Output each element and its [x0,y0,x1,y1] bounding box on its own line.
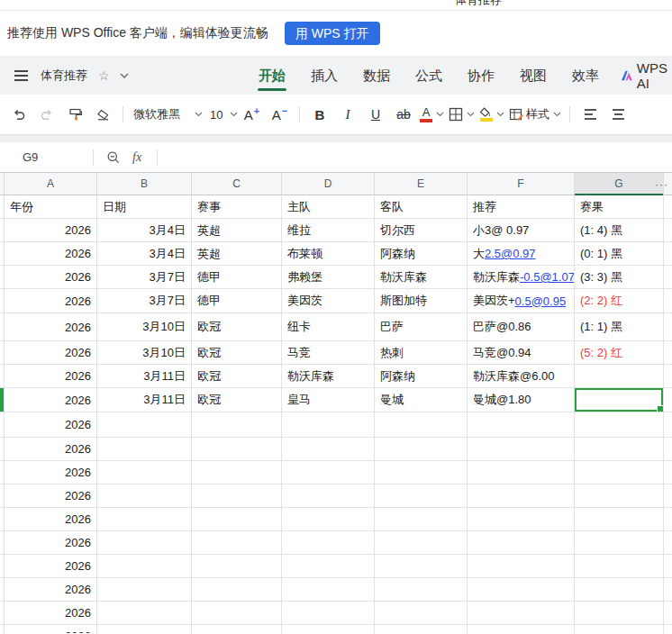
cell-A6[interactable]: 2026 [5,313,97,341]
cell-G17[interactable] [575,578,664,602]
align-left-button[interactable] [578,102,602,127]
cell-D7[interactable]: 马竞 [282,341,375,365]
cell-F14[interactable] [468,508,575,531]
clear-format-eraser-icon[interactable] [91,102,114,127]
cell-E16[interactable] [375,555,468,578]
cell-F19[interactable] [468,625,575,633]
zoom-out-icon[interactable] [102,145,125,170]
cell-C4[interactable]: 德甲 [192,266,282,289]
cell-E3[interactable]: 阿森纳 [375,242,468,266]
cell-D13[interactable] [282,485,375,508]
cell-G16[interactable] [575,555,664,578]
cell-link-text[interactable]: 2.5@0.97 [485,247,536,260]
fill-color-button[interactable] [479,102,504,127]
cell-D4[interactable]: 弗赖堡 [282,266,375,289]
cell-D8[interactable]: 勒沃库森 [282,365,375,388]
tab-start[interactable]: 开始 [250,57,294,95]
cell-D3[interactable]: 布莱顿 [282,242,375,266]
cell-D5[interactable]: 美因茨 [282,289,375,313]
cell-A18[interactable]: 2026 [5,602,97,625]
cell-F12[interactable] [468,461,575,485]
cell-F16[interactable] [468,555,575,578]
cell-link-text[interactable]: -0.5@1.07 [520,270,575,284]
cell-E15[interactable] [375,531,468,555]
tab-wps-ai[interactable]: WPS AI [616,60,672,91]
cell-E18[interactable] [375,602,468,625]
cell-G15[interactable] [575,531,664,555]
column-header-D[interactable]: D [282,173,375,195]
cell-F18[interactable] [468,602,575,625]
cell-E10[interactable] [375,412,468,438]
cell-B2[interactable]: 3月4日 [97,219,192,242]
cell-G10[interactable] [575,412,664,438]
cell-C5[interactable]: 德甲 [192,289,282,313]
cell-E5[interactable]: 斯图加特 [375,289,468,313]
cell-A12[interactable]: 2026 [5,461,97,485]
cell-G2[interactable]: (1: 4) 黑 [575,219,664,242]
strikethrough-button[interactable]: ab [392,102,415,127]
cell-D1[interactable]: 主队 [282,195,375,219]
cell-E14[interactable] [375,508,468,531]
cell-C14[interactable] [192,508,282,531]
favorite-star-icon[interactable]: ☆ [98,69,110,82]
tab-efficiency[interactable]: 效率 [564,57,607,95]
cell-B6[interactable]: 3月10日 [97,313,192,341]
cell-B15[interactable] [97,531,192,555]
cell-A19[interactable]: 2026 [5,625,97,633]
cell-C16[interactable] [192,555,282,578]
cell-C2[interactable]: 英超 [192,219,282,242]
cell-C18[interactable] [192,602,282,625]
cell-G4[interactable]: (3: 3) 黑 [575,266,664,289]
cell-A2[interactable]: 2026 [5,219,97,242]
cell-B10[interactable] [97,412,192,438]
redo-button[interactable] [35,102,59,127]
tab-view[interactable]: 视图 [512,57,555,95]
cell-B1[interactable]: 日期 [97,195,192,219]
column-header-F[interactable]: F [468,173,575,195]
cell-C7[interactable]: 欧冠 [192,341,282,365]
cell-G13[interactable] [575,485,664,508]
cell-E19[interactable] [375,625,468,633]
column-header-E[interactable]: E [375,173,468,195]
cell-E1[interactable]: 客队 [375,195,468,219]
cell-B3[interactable]: 3月4日 [97,242,192,266]
cell-A1[interactable]: 年份 [5,195,97,219]
cell-G7[interactable]: (5: 2) 红 [575,341,664,365]
cell-F8[interactable]: 勒沃库森@6.00 [468,365,575,388]
cell-C13[interactable] [192,485,282,508]
cell-D12[interactable] [282,461,375,485]
cell-D6[interactable]: 纽卡 [282,313,375,341]
bold-button[interactable]: B [308,102,331,127]
cell-B9[interactable]: 3月11日 [97,388,192,412]
cell-F9[interactable]: 曼城@1.80 [468,388,575,412]
cell-A11[interactable]: 2026 [5,438,97,461]
cell-E13[interactable] [375,485,468,508]
cell-F7[interactable]: 马竞@0.94 [468,341,575,365]
cell-style-button[interactable]: 样式 [509,102,561,127]
cell-A8[interactable]: 2026 [5,365,97,388]
cell-F17[interactable] [468,578,575,602]
font-color-button[interactable]: A [420,102,444,127]
cell-E11[interactable] [375,438,468,461]
cell-D17[interactable] [282,578,375,602]
column-header-A[interactable]: A [5,173,97,195]
cell-G5[interactable]: (2: 2) 红 [575,289,664,313]
cell-F11[interactable] [468,438,575,461]
cell-C15[interactable] [192,531,282,555]
borders-button[interactable] [449,102,475,127]
cell-A17[interactable]: 2026 [5,578,97,602]
tab-formula[interactable]: 公式 [407,57,450,95]
tab-data[interactable]: 数据 [355,57,398,95]
cell-G11[interactable] [575,438,664,461]
cell-B13[interactable] [97,485,192,508]
cell-F6[interactable]: 巴萨@0.86 [468,313,575,341]
cell-G18[interactable] [575,602,664,625]
cell-D18[interactable] [282,602,375,625]
cell-B8[interactable]: 3月11日 [97,365,192,388]
cell-A5[interactable]: 2026 [5,289,97,313]
formula-input[interactable] [166,142,672,172]
cell-B12[interactable] [97,461,192,485]
cell-G12[interactable] [575,461,664,485]
cell-A10[interactable]: 2026 [5,412,97,438]
cell-G19[interactable] [575,625,664,633]
